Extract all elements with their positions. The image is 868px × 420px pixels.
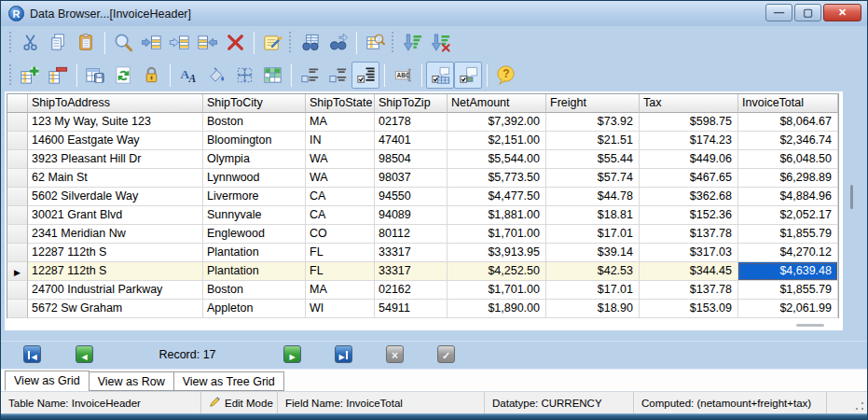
cell-ShipToAddress[interactable]: 12287 112th S	[28, 244, 203, 262]
cell-ShipToCity[interactable]: Bloomington	[203, 132, 306, 150]
align-center-button[interactable]	[324, 62, 351, 89]
title-bar[interactable]: R Data Browser...[InvoiceHeader] —▢✕	[1, 1, 867, 26]
cell-InvoiceTotal[interactable]: $4,639.48	[738, 262, 838, 281]
resize-grip-icon[interactable]	[854, 400, 865, 412]
cell-NetAmount[interactable]: $1,881.00	[448, 206, 546, 225]
horizontal-scrollbar[interactable]	[796, 324, 824, 327]
maximize-button[interactable]: ▢	[794, 4, 821, 21]
row-selector[interactable]	[7, 244, 28, 262]
cell-ShipToCity[interactable]: Plantation	[203, 262, 306, 281]
minimize-button[interactable]: —	[765, 4, 792, 21]
cell-Freight[interactable]: $17.01	[546, 281, 640, 300]
search-button[interactable]	[109, 29, 137, 56]
cell-ShipToAddress[interactable]: 5672 Sw Graham	[28, 300, 203, 318]
grid-tooltip-button[interactable]	[426, 62, 454, 89]
cell-Tax[interactable]: $317.03	[640, 244, 738, 262]
cell-ShipToState[interactable]: CA	[306, 206, 375, 225]
column-header-ShipToAddress[interactable]: ShipToAddress	[28, 94, 203, 113]
retreat-record-button[interactable]	[193, 29, 221, 56]
cell-ShipToState[interactable]: IN	[306, 132, 375, 150]
toolbar-drag-handle[interactable]	[7, 64, 12, 87]
cell-InvoiceTotal[interactable]: $6,298.89	[738, 169, 838, 188]
row-selector[interactable]	[7, 300, 28, 318]
row-selector[interactable]	[7, 113, 28, 132]
cell-Freight[interactable]: $57.74	[546, 169, 640, 188]
cell-ShipToAddress[interactable]: 3923 Pleasant Hill Dr	[28, 150, 203, 169]
cell-NetAmount[interactable]: $2,151.00	[448, 132, 546, 150]
row-selector[interactable]	[7, 225, 28, 244]
column-header-NetAmount[interactable]: NetAmount	[448, 94, 546, 113]
cell-ShipToState[interactable]: CO	[306, 225, 375, 244]
row-selector[interactable]	[7, 169, 28, 188]
cell-Tax[interactable]: $598.75	[640, 113, 738, 132]
close-button[interactable]: ✕	[823, 4, 861, 21]
cell-InvoiceTotal[interactable]: $1,855.79	[738, 225, 838, 244]
cell-Freight[interactable]: $18.81	[546, 206, 640, 225]
align-right-button[interactable]	[351, 62, 379, 89]
append-record-button[interactable]	[165, 29, 193, 56]
cell-InvoiceTotal[interactable]: $2,346.74	[738, 132, 838, 150]
cell-Tax[interactable]: $174.23	[640, 132, 738, 150]
tab-view-as-grid[interactable]: View as Grid	[5, 371, 90, 391]
cell-ShipToCity[interactable]: Boston	[203, 281, 306, 300]
cell-ShipToCity[interactable]: Livermore	[203, 188, 306, 206]
cell-ShipToAddress[interactable]: 12287 112th S	[28, 262, 203, 281]
cell-ShipToZip[interactable]: 02178	[375, 113, 448, 132]
cell-Tax[interactable]: $344.45	[640, 262, 738, 281]
row-selector[interactable]	[7, 132, 28, 150]
cell-ShipToCity[interactable]: Olympia	[203, 150, 306, 169]
tab-view-as-row[interactable]: View as Row	[89, 371, 174, 391]
column-header-ShipToZip[interactable]: ShipToZip	[375, 94, 448, 113]
paste-button[interactable]	[72, 29, 100, 56]
cell-Freight[interactable]: $39.14	[546, 244, 640, 262]
cell-ShipToCity[interactable]: Sunnyvale	[203, 206, 306, 225]
prior-record-button[interactable]: ◀	[76, 345, 93, 363]
cell-ShipToZip[interactable]: 80112	[375, 225, 448, 244]
row-selector-header[interactable]	[7, 94, 28, 113]
cell-Freight[interactable]: $55.44	[546, 150, 640, 169]
cancel-edit-button[interactable]: ×	[386, 345, 404, 363]
cell-InvoiceTotal[interactable]: $8,064.67	[738, 113, 838, 132]
cell-Tax[interactable]: $362.68	[640, 188, 738, 206]
cell-ShipToState[interactable]: MA	[306, 113, 375, 132]
cell-NetAmount[interactable]: $1,890.00	[448, 300, 546, 318]
insert-record-button[interactable]	[137, 29, 165, 56]
cut-button[interactable]	[16, 29, 44, 56]
cell-ShipToCity[interactable]: Plantation	[203, 244, 306, 262]
cell-ShipToState[interactable]: CA	[306, 188, 375, 206]
cell-Tax[interactable]: $137.78	[640, 281, 738, 300]
toolbar-drag-handle[interactable]	[7, 32, 12, 54]
cell-Tax[interactable]: $449.06	[640, 150, 738, 169]
cell-InvoiceTotal[interactable]: $4,884.96	[738, 188, 838, 206]
truncate-abc-button[interactable]: ABC	[389, 62, 417, 89]
column-header-Freight[interactable]: Freight	[546, 94, 640, 113]
column-header-Tax[interactable]: Tax	[640, 94, 738, 113]
cell-Freight[interactable]: $17.01	[546, 225, 640, 244]
fill-color-button[interactable]	[202, 62, 230, 89]
cell-Freight[interactable]: $42.53	[546, 262, 640, 281]
cell-tooltip-button[interactable]	[454, 62, 482, 89]
cell-ShipToCity[interactable]: Boston	[203, 113, 306, 132]
cell-ShipToState[interactable]: WI	[306, 300, 375, 318]
find-button[interactable]	[296, 29, 324, 56]
post-edit-button[interactable]: ✓	[437, 345, 455, 363]
vertical-scrollbar[interactable]	[850, 185, 853, 209]
cell-ShipToAddress[interactable]: 2341 Meridian Nw	[28, 225, 203, 244]
cell-Freight[interactable]: $21.51	[546, 132, 640, 150]
cell-Freight[interactable]: $18.90	[546, 300, 640, 318]
cell-ShipToCity[interactable]: Appleton	[203, 300, 306, 318]
cell-NetAmount[interactable]: $3,913.95	[448, 244, 546, 262]
find-next-button[interactable]	[324, 29, 351, 56]
last-record-button[interactable]: ▶	[335, 345, 352, 363]
cell-ShipToAddress[interactable]: 14600 Eastgate Way	[28, 132, 203, 150]
column-header-ShipToState[interactable]: ShipToState	[306, 94, 375, 113]
help-button[interactable]: ?	[491, 62, 519, 89]
cell-InvoiceTotal[interactable]: $2,061.99	[738, 300, 838, 318]
cell-ShipToCity[interactable]: Lynnwood	[203, 169, 306, 188]
cell-ShipToState[interactable]: FL	[306, 244, 375, 262]
lock-button[interactable]	[137, 62, 165, 89]
cell-NetAmount[interactable]: $4,252.50	[448, 262, 546, 281]
refresh-button[interactable]	[109, 62, 137, 89]
toolbar-drag-handle[interactable]	[390, 32, 394, 54]
cell-Tax[interactable]: $467.65	[640, 169, 738, 188]
